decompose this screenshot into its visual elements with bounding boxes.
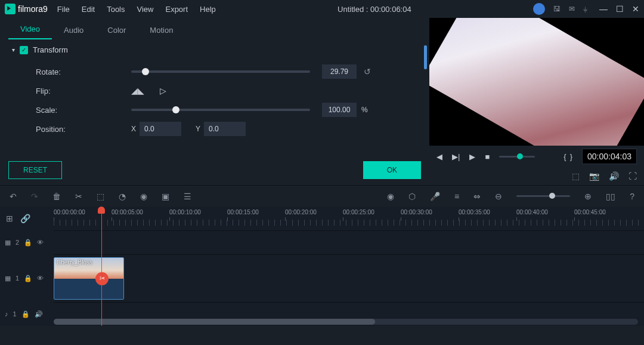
flip-label: Flip: — [36, 87, 131, 96]
rotate-slider-thumb[interactable] — [142, 68, 149, 75]
position-x-label: X — [131, 125, 136, 133]
snapshot-icon[interactable]: 📷 — [589, 171, 599, 181]
marker-icon[interactable]: ⬡ — [408, 192, 416, 201]
tab-audio[interactable]: Audio — [52, 21, 95, 39]
next-frame-icon[interactable]: ▶| — [452, 152, 460, 161]
adjust-icon[interactable]: ☰ — [184, 192, 191, 201]
ruler-tick: 00:00:40:00 — [516, 209, 548, 215]
speed-icon[interactable]: ◔ — [119, 192, 126, 201]
timeline-view-icon[interactable]: ▯▯ — [606, 192, 615, 201]
split-icon[interactable]: ✂ — [75, 192, 82, 201]
clip-label: Cherry_Bloss — [57, 259, 92, 266]
ok-button[interactable]: OK — [363, 161, 421, 179]
color-icon[interactable]: ◉ — [140, 192, 147, 201]
tab-motion[interactable]: Motion — [138, 21, 185, 39]
scale-slider-thumb[interactable] — [172, 106, 179, 113]
chevron-down-icon[interactable]: ▾ — [12, 47, 15, 53]
help-icon[interactable]: ? — [630, 192, 634, 201]
play-icon[interactable]: ▶ — [469, 152, 475, 161]
ruler-tick: 00:00:30:00 — [401, 209, 432, 215]
clip-cherry-blossom[interactable]: Cherry_Bloss ✂ — [54, 257, 124, 300]
position-x-input[interactable] — [140, 122, 181, 136]
mute-icon[interactable]: 🔊 — [35, 310, 43, 318]
flip-horizontal-icon[interactable]: ◢◣ — [131, 84, 144, 97]
account-avatar-icon[interactable] — [533, 3, 545, 15]
audio-icon[interactable]: 🔊 — [609, 171, 619, 181]
zoom-thumb[interactable] — [549, 193, 555, 199]
stop-icon[interactable]: ■ — [485, 152, 490, 161]
mixer-icon[interactable]: ≡ — [454, 192, 459, 201]
track-v2-lane[interactable] — [54, 230, 644, 254]
ruler-minor-ticks — [54, 220, 644, 226]
reset-button[interactable]: RESET — [8, 161, 62, 179]
manage-tracks-icon[interactable]: ⊞ — [6, 214, 13, 223]
eye-icon[interactable]: 👁 — [37, 275, 44, 282]
link-icon[interactable]: 🔗 — [20, 214, 30, 223]
property-tabs: Video Audio Color Motion — [0, 18, 429, 39]
transform-enabled-checkbox[interactable]: ✓ — [20, 46, 28, 54]
save-icon[interactable]: 🖫 — [553, 5, 561, 13]
fullscreen-icon[interactable]: ⛶ — [628, 171, 637, 181]
scale-unit: % — [361, 106, 368, 114]
section-title: Transform — [33, 45, 68, 54]
zoom-in-icon[interactable]: ⊕ — [584, 192, 592, 201]
minimize-button[interactable]: — — [599, 4, 608, 14]
volume-slider[interactable] — [499, 156, 535, 158]
timeline-ruler[interactable]: 00:00:00:0000:00:05:0000:00:10:0000:00:1… — [54, 207, 644, 230]
menu-edit[interactable]: Edit — [82, 5, 95, 14]
volume-thumb[interactable] — [517, 153, 523, 159]
menu-export[interactable]: Export — [165, 5, 188, 14]
rotate-slider[interactable] — [131, 70, 310, 73]
zoom-slider[interactable] — [516, 195, 570, 197]
preview-clip[interactable] — [429, 18, 644, 146]
close-button[interactable]: ✕ — [632, 4, 639, 14]
mail-icon[interactable]: ✉ — [569, 5, 575, 13]
mark-in-icon[interactable]: { — [564, 152, 566, 161]
menu-tools[interactable]: Tools — [107, 5, 125, 14]
mic-icon[interactable]: ⏚ — [583, 5, 587, 13]
display-settings-icon[interactable]: ⬚ — [572, 171, 580, 181]
fit-icon[interactable]: ⇔ — [473, 192, 481, 201]
lock-icon[interactable]: 🔒 — [24, 239, 32, 247]
delete-icon[interactable]: 🗑 — [52, 192, 61, 201]
menu-file[interactable]: File — [57, 5, 70, 14]
maximize-button[interactable]: ☐ — [616, 4, 624, 14]
track-v1-lane[interactable]: Cherry_Bloss ✂ — [54, 254, 644, 302]
position-label: Position: — [36, 125, 131, 134]
voiceover-icon[interactable]: 🎤 — [430, 192, 440, 201]
render-icon[interactable]: ◉ — [387, 192, 394, 201]
lock-icon[interactable]: 🔒 — [21, 310, 30, 318]
flip-vertical-icon[interactable]: ▷ — [156, 84, 169, 97]
split-marker-icon[interactable]: ✂ — [95, 272, 109, 285]
track-a1-lane[interactable] — [54, 302, 644, 326]
zoom-out-icon[interactable]: ⊖ — [495, 192, 502, 201]
app-name: filmora9 — [18, 4, 48, 14]
reset-rotate-icon[interactable]: ↺ — [364, 67, 371, 76]
position-y-input[interactable] — [204, 122, 246, 136]
ruler-tick: 00:00:10:00 — [169, 209, 201, 215]
ruler-tick: 00:00:20:00 — [285, 209, 317, 215]
ruler-tick: 00:00:25:00 — [343, 209, 374, 215]
green-screen-icon[interactable]: ▣ — [162, 192, 169, 201]
ruler-tick: 00:00:45:00 — [574, 209, 606, 215]
mark-out-icon[interactable]: } — [570, 152, 572, 161]
menu-help[interactable]: Help — [200, 5, 216, 14]
scale-slider[interactable] — [131, 109, 310, 111]
rotate-input[interactable] — [322, 64, 357, 79]
tab-video[interactable]: Video — [8, 20, 52, 39]
redo-icon[interactable]: ↷ — [31, 192, 38, 201]
filmora-logo-icon — [5, 4, 16, 14]
playhead[interactable] — [101, 207, 102, 326]
preview-canvas[interactable] — [429, 18, 644, 146]
scrollbar[interactable] — [424, 45, 427, 69]
prev-frame-icon[interactable]: ◀ — [436, 152, 442, 161]
timeline-scrollbar[interactable] — [54, 319, 638, 325]
crop-icon[interactable]: ⬚ — [97, 192, 104, 201]
undo-icon[interactable]: ↶ — [10, 192, 17, 201]
scale-input[interactable] — [322, 103, 357, 117]
tab-color[interactable]: Color — [95, 21, 138, 39]
menu-view[interactable]: View — [137, 5, 154, 14]
audio-track-icon: ♪ — [5, 310, 8, 318]
eye-icon[interactable]: 👁 — [37, 239, 44, 246]
lock-icon[interactable]: 🔒 — [24, 275, 32, 282]
